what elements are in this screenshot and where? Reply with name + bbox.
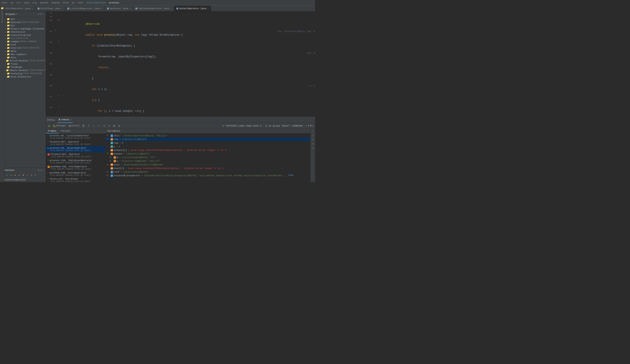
close-tab-operator[interactable]: ✕ bbox=[130, 7, 131, 10]
debug-right-icon-3[interactable]: ∞ bbox=[312, 138, 314, 141]
debug-right-icon-4[interactable]: ∞ bbox=[312, 142, 314, 146]
tab-fetchtask[interactable]: FetchTask.java ✕ bbox=[36, 6, 65, 12]
breadcrumb-item-apache[interactable]: apache bbox=[40, 2, 48, 4]
run-to-cursor-button[interactable]: →| bbox=[102, 124, 106, 128]
frame-item-operator897[interactable]: □ forward:897, Operator (org.apache.hado… bbox=[46, 140, 106, 146]
close-tab-fetchtask[interactable]: ✕ bbox=[62, 7, 63, 10]
var-item-outputi[interactable]: oo output[i] = java.lang.IndexOutOfBound… bbox=[106, 148, 310, 152]
sidebar-item-binary[interactable]: ▶ 📁 binary-package-licenses bbox=[0, 27, 46, 30]
var-item-output0[interactable]: ▶ = 0 = {LazyInteger@8251} "27" bbox=[106, 156, 310, 159]
sidebar-item-common[interactable]: ▶ 📁 common [hive-common] bbox=[0, 40, 46, 43]
tab-tablescanoperator[interactable]: TableScanOperator.java ✕ bbox=[133, 6, 174, 12]
struct-toggle-methods-icon[interactable]: ● bbox=[14, 174, 17, 177]
struct-toggle-inner-icon[interactable]: ⊞ bbox=[22, 174, 25, 177]
close-tab-listsinkoperator[interactable]: ✕ bbox=[101, 7, 102, 10]
tab-remote[interactable]: 🖥 remote ✕ bbox=[58, 117, 73, 123]
sidebar-item-druid[interactable]: ▶ 📁 druid-handler [hive-druid-handler] bbox=[0, 59, 46, 62]
structure-settings-icon[interactable]: ⚙ bbox=[40, 169, 42, 172]
activity-project-icon[interactable]: 📁 bbox=[1, 7, 4, 10]
var-item-tag[interactable]: i tag = 0 bbox=[106, 141, 310, 145]
sidebar-item-findbugs[interactable]: ▶ 📁 findbugs bbox=[0, 66, 46, 69]
var-item-this[interactable]: ▼ o this = {SelectOperator@8222} "SEL[1]… bbox=[106, 134, 310, 138]
frame-item-listsinkoperator[interactable]: □ process:95, ListSinkOperator (org.apac… bbox=[46, 134, 106, 140]
tab-listsinkopeator[interactable]: ListSinkOperator.java ✕ bbox=[65, 6, 105, 12]
sidebar-minimize-icon[interactable]: — bbox=[42, 12, 44, 16]
frame-item-fetch147[interactable]: □ fetch:147, FetchTask (org.apache.hadoo… bbox=[46, 177, 106, 182]
frame-item-pushrow430[interactable]: □ pushRow:430, FetchOperator (org.apache… bbox=[46, 171, 106, 177]
close-tab-selectoperator[interactable]: ✕ bbox=[208, 7, 209, 10]
debugger-tab[interactable]: 🐛 Debugger bbox=[52, 124, 67, 128]
tab-threads[interactable]: Threads bbox=[59, 129, 73, 134]
console-tab[interactable]: ▦ Console bbox=[68, 124, 80, 128]
fold-icon-88[interactable]: ▼ bbox=[58, 106, 59, 108]
move-down-icon[interactable]: ↓ bbox=[306, 124, 307, 127]
breadcrumb-item-src[interactable]: src bbox=[16, 2, 21, 4]
debug-right-icon-1[interactable]: + bbox=[312, 130, 314, 133]
breadcrumb-item-hive[interactable]: hive bbox=[2, 2, 7, 4]
sidebar-item-data[interactable]: ▶ 📁 data bbox=[0, 50, 46, 53]
thread-expand-icon[interactable]: ▼ bbox=[310, 124, 312, 127]
structure-collapse-icon[interactable]: ⊟ bbox=[38, 169, 40, 172]
breadcrumb-item-selectoperator[interactable]: SelectOperator bbox=[86, 2, 106, 4]
close-tab-fetchoperator[interactable]: ✕ bbox=[32, 7, 33, 10]
move-up-icon[interactable]: ↑ bbox=[303, 124, 305, 127]
close-tab-tablescanoperator[interactable]: ✕ bbox=[170, 7, 172, 10]
resume-button[interactable]: ▶ bbox=[47, 124, 52, 128]
menu-icon[interactable]: ☰ bbox=[81, 124, 86, 128]
tab-fetchoperator[interactable]: FetchOperator.java ✕ bbox=[0, 6, 36, 12]
sidebar-item-classification[interactable]: ▶ 📁 classification bbox=[0, 34, 46, 37]
restore-layout-button[interactable]: ⊡ bbox=[117, 124, 122, 128]
sidebar-item-beeline[interactable]: ▶ 📁 beeline [hive-beeline] bbox=[0, 21, 46, 24]
struct-sort-visibility-icon[interactable]: ⇵ bbox=[5, 174, 9, 177]
struct-contract-icon[interactable]: ⊖ bbox=[34, 174, 37, 177]
sidebar-item-hiveblobstore[interactable]: ▶ 📁 hive-blobstore bbox=[0, 75, 46, 78]
activity-structure-icon[interactable]: Structure bbox=[1, 11, 4, 23]
var-item-eval[interactable]: ▶ oo eval = {ExprNodeEvaluator[2]@8238} bbox=[106, 163, 310, 166]
sidebar-item-bin[interactable]: ▶ 📁 bin bbox=[0, 24, 46, 27]
var-item-output[interactable]: ▼ oo output = {Object[2]@8237} bbox=[106, 152, 310, 156]
tab-operator[interactable]: Operator.java ✕ bbox=[105, 6, 133, 12]
fold-icon-81[interactable]: ▼ bbox=[55, 30, 56, 32]
var-item-output1[interactable]: ▶ = 1 = {LazyString@8266} "val_27" bbox=[106, 159, 310, 163]
struct-expand-icon[interactable]: ⊕ bbox=[30, 174, 33, 177]
debug-right-icon-5[interactable]: ∞ bbox=[312, 147, 314, 150]
sidebar-item-conf[interactable]: ▶ 📁 conf bbox=[0, 43, 46, 46]
var-item-evali[interactable]: oo eval[i] = java.lang.IndexOutOfBoundsE… bbox=[106, 166, 310, 170]
code-content[interactable]: 78 79 80 ● bbox=[46, 12, 315, 117]
sidebar-settings-icon[interactable]: ⚙ bbox=[40, 12, 42, 16]
sidebar-item-hbase[interactable]: ▶ 📁 hbase-handler [hive-hbase-handler] bbox=[0, 69, 46, 72]
sidebar-item-contrib[interactable]: ▶ 📁 contrib [hive-contrib] bbox=[0, 46, 46, 50]
breadcrumb-item-ql[interactable]: ql bbox=[10, 2, 13, 4]
sidebar-item-checkstyle[interactable]: ▶ 📁 checkstyle bbox=[0, 30, 46, 34]
sidebar-item-files[interactable]: ▶ 📁 files bbox=[0, 62, 46, 66]
breadcrumb-item-org[interactable]: org bbox=[32, 2, 37, 4]
tab-selectoperator[interactable]: SelectOperator.java ✕ bbox=[174, 6, 211, 12]
tab-frames[interactable]: Frames bbox=[46, 129, 59, 134]
struct-toggle-props-icon[interactable]: ● bbox=[18, 174, 21, 177]
fold-icon-87[interactable]: ▼ bbox=[58, 95, 59, 97]
sidebar-item-docs[interactable]: ▶ 📁 docs bbox=[0, 56, 46, 59]
frame-item-tablescan[interactable]: □ process:130, TableScanOperator (org.ap… bbox=[46, 158, 106, 165]
breadcrumb-item-exec[interactable]: exec bbox=[78, 2, 83, 4]
struct-toggle-fields-icon[interactable]: ● bbox=[10, 174, 13, 177]
fold-icon-82[interactable]: ▼ bbox=[58, 40, 59, 43]
filter-icon[interactable]: ▽ bbox=[308, 124, 309, 127]
var-item-i[interactable]: i i = 2 bbox=[106, 145, 310, 148]
frame-item-pushrow438[interactable]: pushRow:438, FetchOperator (org.apache.h… bbox=[46, 165, 106, 171]
close-remote-tab[interactable]: ✕ bbox=[71, 118, 72, 121]
frame-item-selectoperator-active[interactable]: ▶ process:95, SelectOperator (org.apache… bbox=[46, 146, 106, 152]
add-icon[interactable]: + bbox=[312, 124, 314, 127]
breadcrumb-item-hadoop[interactable]: hadoop bbox=[52, 2, 60, 4]
frame-item-forward897-error[interactable]: forward:897, Operator (org.apache.hadoop… bbox=[46, 152, 106, 158]
sidebar-item-hcatalog[interactable]: ▶ 📁 hcatalog [hive-hcatalog] bbox=[0, 72, 46, 75]
var-item-row[interactable]: ▼ o row = {LazyStruct@8191} bbox=[106, 138, 310, 141]
breadcrumb-item-java[interactable]: java bbox=[24, 2, 29, 4]
evaluate-button[interactable]: ⌨ bbox=[107, 124, 111, 128]
view-link-outputobj[interactable]: View bbox=[288, 174, 294, 176]
sidebar-item-cli[interactable]: ▶ 📁 cli [hive-cli] bbox=[0, 37, 46, 40]
threads-button[interactable]: ⊞ bbox=[112, 124, 116, 128]
struct-item-selectoperator[interactable]: ▼ SelectOperator bbox=[1, 178, 45, 182]
breadcrumb-item-hive2[interactable]: hive bbox=[63, 2, 68, 4]
sidebar-dropdown-icon[interactable]: ▼ bbox=[16, 13, 18, 15]
struct-toggle-inherited-icon[interactable]: ● bbox=[26, 174, 29, 177]
